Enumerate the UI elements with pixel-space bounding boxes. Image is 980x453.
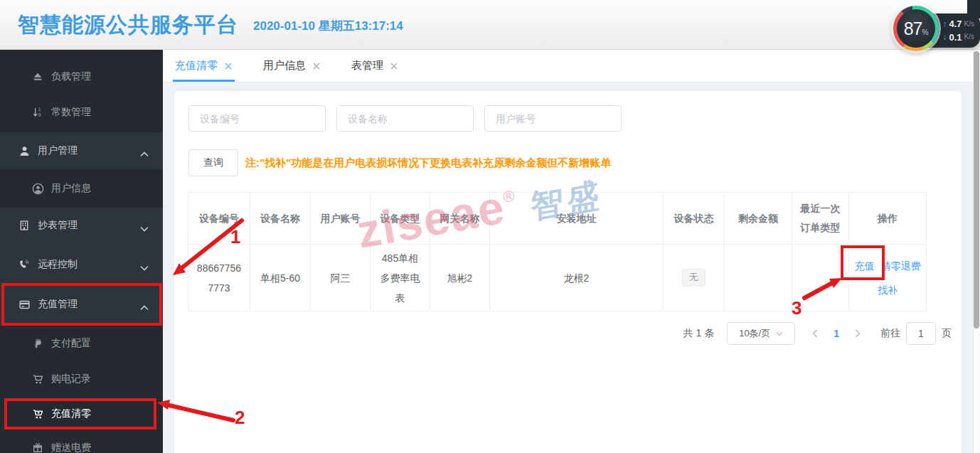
cart-arrow-down-icon	[31, 407, 44, 420]
paypal-icon	[31, 337, 44, 350]
battery-percent: 87	[904, 18, 922, 39]
cell-device-type: 485单相多费率电表	[371, 245, 430, 311]
total-count: 共 1 条	[683, 327, 715, 340]
col-last-order-type: 最近一次订单类型	[792, 193, 849, 245]
battery-percent-sign: %	[922, 28, 928, 36]
sidebar-item-label: 远程控制	[38, 258, 78, 271]
upload-arrow-icon: ↑	[942, 20, 947, 28]
cell-device-no: 886677567773	[188, 245, 250, 311]
query-button[interactable]: 查询	[188, 149, 238, 176]
close-icon[interactable]	[390, 62, 398, 70]
chevron-down-icon	[776, 331, 783, 336]
cell-device-status: 无	[664, 245, 725, 311]
sidebar-item-user-mgmt[interactable]: 用户管理	[0, 135, 163, 166]
battery-ring-core: 87 %	[897, 9, 935, 48]
prev-page-button[interactable]	[812, 329, 818, 338]
chevron-up-icon	[140, 148, 149, 159]
recharge-link[interactable]: 充值	[855, 256, 875, 276]
col-user-account: 用户账号	[311, 193, 371, 245]
content-panel: 查询 注:"找补"功能是在用户电表损坏情况下更换电表补充原剩余金额但不新增账单 …	[174, 91, 962, 453]
gift-icon	[31, 442, 44, 453]
download-arrow-icon: ↓	[942, 33, 947, 41]
building-icon	[18, 219, 31, 232]
sidebar: 负载管理 19 常数管理 用户管理 用户信息	[0, 50, 163, 453]
cell-last-order-type	[792, 245, 849, 311]
sidebar-item-label: 用户信息	[51, 182, 91, 195]
tab-label: 表管理	[351, 59, 383, 73]
col-device-type: 设备类型	[371, 193, 430, 245]
sidebar-item-meter-reading[interactable]: 抄表管理	[0, 210, 163, 241]
col-install-address: 安装地址	[490, 193, 664, 245]
sidebar-item-recharge-mgmt[interactable]: 充值管理	[0, 289, 163, 320]
note-text: 注:"找补"功能是在用户电表损坏情况下更换电表补充原剩余金额但不新增账单	[245, 149, 611, 176]
sidebar-item-user-info[interactable]: 用户信息	[0, 173, 163, 204]
sidebar-item-load-mgmt[interactable]: 负载管理	[0, 61, 163, 92]
top-header: 智慧能源公共服务平台 2020-01-10 星期五13:17:14	[0, 0, 980, 50]
upload-speed-value: 4.7	[949, 19, 962, 28]
chevron-down-icon	[140, 223, 149, 234]
battery-ring-widget[interactable]: 87 %	[893, 6, 939, 51]
device-table: 设备编号 设备名称 用户账号 设备类型 网关名称 安装地址 设备状态 剩余金额 …	[188, 192, 926, 311]
goto-label: 前往	[880, 327, 900, 340]
cell-operations: 充值 清零退费 找补	[849, 245, 927, 311]
sidebar-item-gift-electricity[interactable]: 赠送电费	[0, 432, 163, 453]
download-speed-row: ↓ 0.1 K/s	[936, 33, 974, 42]
chevron-right-icon	[855, 329, 861, 338]
page-size-value: 10条/页	[739, 327, 770, 340]
col-device-status: 设备状态	[664, 193, 725, 245]
user-circle-icon	[31, 182, 44, 195]
col-gateway-name: 网关名称	[430, 193, 490, 245]
cell-gateway-name: 旭彬2	[430, 245, 490, 311]
page-title: 智慧能源公共服务平台	[18, 0, 238, 50]
col-remaining-amount: 剩余金额	[725, 193, 792, 245]
header-datetime: 2020-01-10 星期五13:17:14	[253, 0, 403, 53]
upload-speed-row: ↑ 4.7 K/s	[936, 19, 974, 28]
user-icon	[18, 144, 31, 157]
col-operations: 操作	[849, 193, 927, 245]
tab-bar: 充值清零 用户信息 表管理	[163, 50, 980, 82]
chevron-up-icon	[140, 302, 149, 313]
sidebar-item-label: 抄表管理	[38, 219, 78, 232]
reset-refund-link[interactable]: 清零退费	[881, 256, 921, 276]
close-icon[interactable]	[224, 62, 233, 70]
sidebar-item-label: 支付配置	[51, 337, 91, 350]
sidebar-item-label: 用户管理	[38, 144, 78, 157]
tab-label: 用户信息	[263, 59, 306, 73]
svg-text:1: 1	[38, 107, 41, 112]
sidebar-item-label: 常数管理	[51, 106, 91, 119]
svg-text:9: 9	[38, 112, 41, 117]
cell-user-account: 阿三	[311, 245, 371, 311]
goto-page-input[interactable]	[906, 322, 936, 345]
cell-device-name: 单相5-60	[250, 245, 311, 311]
status-badge: 无	[682, 269, 705, 287]
pagination: 共 1 条 10条/页 1 前往 页	[683, 322, 952, 345]
device-no-input[interactable]	[188, 105, 326, 132]
sidebar-item-remote-control[interactable]: 远程控制	[0, 249, 163, 280]
cell-remaining-amount	[725, 245, 792, 311]
close-icon[interactable]	[312, 62, 321, 70]
sidebar-item-label: 充值清零	[51, 407, 91, 420]
sidebar-item-purchase-records[interactable]: 购电记录	[0, 363, 163, 395]
sidebar-item-label: 赠送电费	[51, 442, 91, 453]
page-size-select[interactable]: 10条/页	[727, 322, 795, 345]
current-page[interactable]: 1	[833, 328, 839, 339]
next-page-button[interactable]	[855, 329, 861, 338]
tab-recharge-reset[interactable]: 充值清零	[173, 50, 235, 82]
tab-user-info[interactable]: 用户信息	[261, 50, 323, 82]
page-unit-label: 页	[942, 327, 952, 340]
tab-meter-mgmt[interactable]: 表管理	[349, 50, 400, 82]
sidebar-item-payment-config[interactable]: 支付配置	[0, 328, 163, 359]
sidebar-item-constant-mgmt[interactable]: 19 常数管理	[0, 97, 163, 128]
chevron-down-icon	[140, 262, 149, 273]
sort-numeric-icon: 19	[31, 106, 44, 119]
device-name-input[interactable]	[336, 105, 474, 132]
scrollbar-thumb[interactable]	[974, 51, 979, 329]
sidebar-item-recharge-reset[interactable]: 充值清零	[0, 398, 163, 430]
credit-card-icon	[18, 298, 31, 311]
cell-install-address: 龙根2	[490, 245, 664, 311]
download-speed-value: 0.1	[949, 33, 962, 42]
chevron-left-icon	[812, 329, 818, 338]
sidebar-item-label: 负载管理	[51, 70, 91, 83]
makeup-link[interactable]: 找补	[878, 280, 898, 300]
user-account-input[interactable]	[484, 105, 622, 132]
